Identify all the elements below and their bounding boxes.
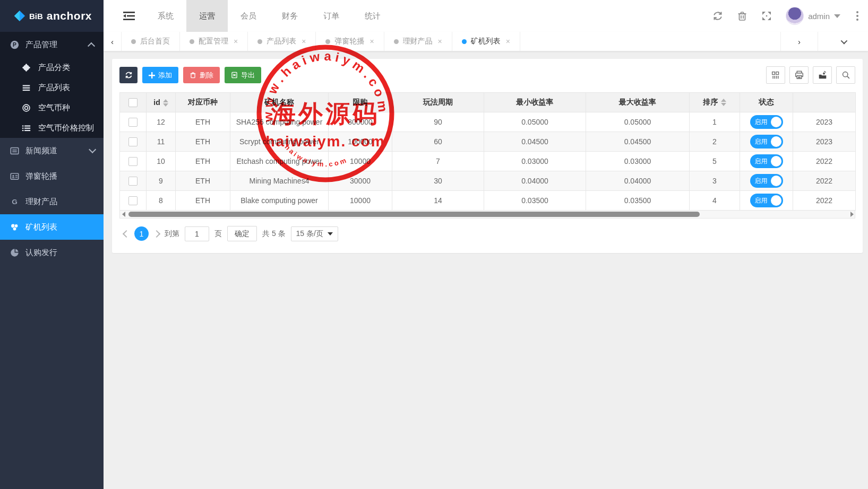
cell-min_rate: 0.03500 xyxy=(484,191,586,211)
select-all-checkbox[interactable] xyxy=(128,98,137,107)
cell-cycle: 90 xyxy=(392,112,484,132)
sidebar-item-product-list[interactable]: 产品列表 xyxy=(0,77,104,98)
toggle-label: 启用 xyxy=(755,118,768,127)
status-toggle[interactable]: 启用 xyxy=(750,115,783,129)
sidebar-label: 产品列表 xyxy=(38,83,70,93)
sort-icon[interactable] xyxy=(721,99,726,106)
scroll-left-arrow-icon[interactable] xyxy=(120,212,127,217)
cell-id: 8 xyxy=(147,191,176,211)
cell-name: Mining Machines4 xyxy=(230,171,329,191)
more-menu-icon[interactable] xyxy=(854,10,861,22)
row-checkbox[interactable] xyxy=(128,196,137,205)
nav-item-order[interactable]: 订单 xyxy=(311,0,352,32)
tabs-scroll-left-icon[interactable]: ‹ xyxy=(104,32,122,51)
sidebar-item-product-category[interactable]: 产品分类 xyxy=(0,57,104,77)
sidebar-item-popup-carousel[interactable]: 弹窗轮播 xyxy=(0,163,104,189)
tab-label: 配置管理 xyxy=(199,37,228,46)
col-sort[interactable]: 排序 xyxy=(690,93,740,112)
table-row: 9ETHMining Machines430000300.040000.0400… xyxy=(120,171,856,191)
scroll-right-arrow-icon[interactable] xyxy=(846,212,854,217)
cell-coin: ETH xyxy=(176,132,230,152)
status-toggle[interactable]: 启用 xyxy=(750,194,783,207)
row-checkbox[interactable] xyxy=(128,157,137,166)
cell-max_rate: 0.03000 xyxy=(586,152,690,171)
tab-config-mgmt[interactable]: 配置管理 × xyxy=(180,32,248,51)
news-window-icon xyxy=(10,146,19,155)
nav-item-system[interactable]: 系统 xyxy=(145,0,186,32)
cell-coin: ETH xyxy=(176,191,230,211)
horizontal-scrollbar[interactable] xyxy=(119,211,855,219)
sidebar-item-air-coin-price[interactable]: 空气币价格控制 xyxy=(0,118,104,138)
col-max-rate: 最大收益率 xyxy=(586,93,690,112)
tabs-dropdown-icon[interactable] xyxy=(818,32,868,51)
sidebar-label: 新闻频道 xyxy=(25,146,57,156)
col-id[interactable]: id xyxy=(147,93,176,112)
next-page-icon[interactable] xyxy=(153,230,160,237)
tab-label: 后台首页 xyxy=(140,37,170,46)
sort-icon[interactable] xyxy=(163,99,168,107)
tab-miner-list[interactable]: 矿机列表 × xyxy=(452,32,520,51)
bullet-list-icon xyxy=(21,123,31,133)
columns-filter-icon[interactable] xyxy=(766,66,785,84)
tab-wealth-product[interactable]: 理财产品 × xyxy=(384,32,452,51)
trash-icon[interactable] xyxy=(737,11,747,21)
search-icon[interactable] xyxy=(836,66,855,84)
goto-page-input[interactable] xyxy=(185,226,209,241)
export-data-icon[interactable] xyxy=(813,66,832,84)
row-select-cell xyxy=(120,152,147,171)
nav-item-statistics[interactable]: 统计 xyxy=(352,0,393,32)
sidebar-item-news-channel[interactable]: 新闻频道 xyxy=(0,138,104,163)
tab-close-icon[interactable]: × xyxy=(234,37,238,46)
tab-product-list[interactable]: 产品列表 × xyxy=(248,32,316,51)
refresh-icon[interactable] xyxy=(712,11,723,21)
tab-popup-carousel[interactable]: 弹窗轮播 × xyxy=(316,32,384,51)
plus-icon xyxy=(149,72,155,78)
print-icon[interactable] xyxy=(789,66,809,84)
current-page[interactable]: 1 xyxy=(134,226,149,241)
delete-button[interactable]: 删除 xyxy=(183,67,220,83)
nav-item-member[interactable]: 会员 xyxy=(228,0,269,32)
page-size-select[interactable]: 15 条/页 xyxy=(291,226,338,241)
cell-id: 12 xyxy=(147,112,176,132)
tab-close-icon[interactable]: × xyxy=(369,37,374,46)
main-content: 添加 删除 导出 xyxy=(104,51,868,489)
export-button[interactable]: 导出 xyxy=(225,67,261,83)
status-toggle[interactable]: 启用 xyxy=(750,174,783,188)
excel-file-icon xyxy=(231,72,238,78)
cell-status: 启用 xyxy=(740,152,793,171)
tab-close-icon[interactable]: × xyxy=(506,37,510,46)
add-button[interactable]: 添加 xyxy=(142,67,178,83)
cell-cycle: 7 xyxy=(392,152,484,171)
prev-page-icon[interactable] xyxy=(123,230,130,237)
table-tools xyxy=(766,66,855,84)
row-checkbox[interactable] xyxy=(128,177,137,186)
tab-close-icon[interactable]: × xyxy=(438,37,442,46)
confirm-button[interactable]: 确定 xyxy=(227,226,257,241)
sidebar-item-product-mgmt[interactable]: P 产品管理 xyxy=(0,32,104,57)
user-menu[interactable]: admin xyxy=(786,7,840,25)
app-logo[interactable]: BiB anchorx xyxy=(0,0,104,32)
nav-item-finance[interactable]: 财务 xyxy=(269,0,311,32)
status-toggle[interactable]: 启用 xyxy=(750,135,783,149)
cell-max_rate: 0.04500 xyxy=(586,132,690,152)
scrollbar-thumb[interactable] xyxy=(128,212,700,217)
row-select-cell xyxy=(120,191,147,211)
sidebar-item-miner-list[interactable]: 矿机列表 xyxy=(0,214,104,240)
tabs-scroll-right-icon[interactable]: › xyxy=(780,32,818,51)
sidebar-item-wealth-product[interactable]: G 理财产品 xyxy=(0,189,104,214)
refresh-button[interactable] xyxy=(119,67,137,83)
nav-item-operation[interactable]: 运营 xyxy=(186,0,228,32)
table-toolbar: 添加 删除 导出 xyxy=(119,66,855,84)
cell-created: 2022 xyxy=(793,171,856,191)
fullscreen-icon[interactable] xyxy=(761,11,772,21)
tab-dashboard[interactable]: 后台首页 xyxy=(122,32,180,51)
total-count: 共 5 条 xyxy=(262,229,286,239)
row-checkbox[interactable] xyxy=(128,137,137,146)
tab-close-icon[interactable]: × xyxy=(302,37,306,46)
col-limit: 限购 xyxy=(329,93,392,112)
sidebar-item-air-coin[interactable]: 空气币种 xyxy=(0,98,104,118)
status-toggle[interactable]: 启用 xyxy=(750,154,783,168)
sidebar-item-subscription-issue[interactable]: 认购发行 xyxy=(0,240,104,265)
sidebar-collapse-icon[interactable] xyxy=(113,11,145,21)
row-checkbox[interactable] xyxy=(128,118,137,127)
